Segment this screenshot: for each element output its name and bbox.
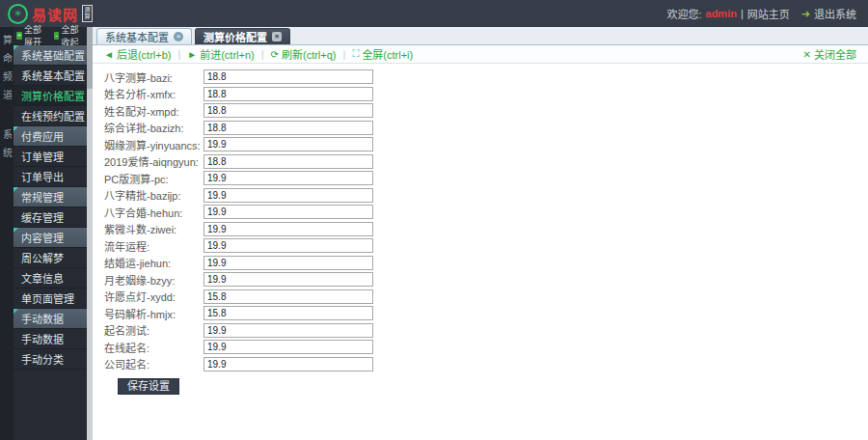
price-input[interactable] bbox=[203, 256, 373, 270]
top-header-bar: ✳ 易读网 测算 欢迎您: admin | 网站主页 ➜ 退出系统 bbox=[0, 0, 868, 27]
sidebar-item-label: 单页面管理 bbox=[21, 290, 74, 306]
sidebar-item-label: 手动数据 bbox=[21, 331, 64, 346]
price-input[interactable] bbox=[203, 272, 373, 287]
sidebar-group-header[interactable]: 手动数据 bbox=[14, 309, 87, 329]
form-row: 紫微斗数-ziwei: bbox=[104, 221, 868, 238]
form-row: 许愿点灯-xydd: bbox=[104, 289, 868, 306]
price-input[interactable] bbox=[203, 238, 373, 253]
field-label: 紫微斗数-ziwei: bbox=[104, 221, 203, 236]
form-row: 月老姻缘-bzyy: bbox=[104, 271, 868, 289]
price-input[interactable] bbox=[203, 188, 373, 203]
system-name-vertical: 系统 bbox=[0, 129, 14, 166]
sidebar-item[interactable]: 文章信息 bbox=[14, 268, 87, 289]
price-input[interactable] bbox=[203, 222, 373, 236]
form-row: 八字测算-bazi: bbox=[104, 69, 868, 86]
back-icon: ◄ bbox=[104, 49, 114, 60]
form-row: 流年运程: bbox=[104, 237, 868, 255]
save-settings-button[interactable]: 保存设置 bbox=[118, 378, 179, 395]
price-input[interactable] bbox=[203, 357, 373, 371]
price-form: 八字测算-bazi: 姓名分析-xmfx: 姓名配对-xmpd: 综合详批-ba… bbox=[104, 69, 868, 372]
price-input[interactable] bbox=[203, 205, 373, 219]
field-label: 许愿点灯-xydd: bbox=[104, 289, 203, 304]
header-user-area: 欢迎您: admin | 网站主页 ➜ 退出系统 bbox=[666, 6, 856, 21]
header-divider: | bbox=[741, 8, 744, 19]
form-row: 姻缘测算-yinyuancs: bbox=[104, 136, 868, 153]
field-label: 结婚运-jiehun: bbox=[104, 255, 203, 270]
sidebar-group-header[interactable]: 系统基础配置 bbox=[14, 45, 87, 66]
tab-bar-tabs: 系统基本配置 × 测算价格配置 × bbox=[96, 27, 290, 44]
toolbar-separator: | bbox=[177, 48, 180, 60]
price-input[interactable] bbox=[203, 103, 373, 118]
field-label: 2019爱情-aiqngyun: bbox=[104, 153, 203, 169]
sidebar-menu: 系统基础配置 系统基本配置 测算价格配置 在线预约配置 付费应用 订单管理 订单… bbox=[14, 44, 87, 370]
fullscreen-label: 全屏(ctrl+i) bbox=[362, 46, 413, 62]
price-input[interactable] bbox=[203, 137, 373, 151]
sidebar-item[interactable]: 系统基本配置 bbox=[14, 66, 87, 86]
sidebar-item[interactable]: 测算价格配置 bbox=[14, 86, 87, 106]
sidebar-item-label: 周公解梦 bbox=[21, 250, 64, 265]
content-panel: 八字测算-bazi: 姓名分析-xmfx: 姓名配对-xmpd: 综合详批-ba… bbox=[93, 64, 868, 440]
forward-label: 前进(ctrl+n) bbox=[200, 46, 255, 62]
tab-close-icon[interactable]: × bbox=[272, 32, 282, 41]
sidebar-item-label: 在线预约配置 bbox=[21, 108, 85, 124]
price-input[interactable] bbox=[203, 154, 373, 169]
sidebar-group-header[interactable]: 付费应用 bbox=[14, 126, 87, 147]
price-input[interactable] bbox=[203, 69, 373, 84]
logout-link[interactable]: 退出系统 bbox=[814, 6, 856, 21]
sidebar-item[interactable]: 订单导出 bbox=[14, 167, 87, 187]
tab[interactable]: 测算价格配置 × bbox=[195, 28, 290, 44]
sidebar: + 全部展开 - 全部收起 系统基础配置 系统基本配置 测算价格配置 在线预约配… bbox=[14, 27, 87, 440]
price-input[interactable] bbox=[203, 306, 373, 320]
form-row: 公司起名: bbox=[104, 356, 868, 373]
sidebar-item[interactable]: 周公解梦 bbox=[14, 248, 87, 268]
vertical-channel-strip: 算命频道 系统 bbox=[0, 27, 14, 440]
price-input[interactable] bbox=[203, 323, 373, 338]
forward-button[interactable]: ► 前进(ctrl+n) bbox=[187, 46, 254, 62]
price-input[interactable] bbox=[203, 171, 373, 185]
sidebar-item-label: 系统基本配置 bbox=[21, 68, 85, 83]
site-title: 易读网 bbox=[32, 4, 78, 24]
field-label: 姓名分析-xmfx: bbox=[104, 86, 203, 101]
tab[interactable]: 系统基本配置 × bbox=[96, 28, 192, 44]
sidebar-item[interactable]: 订单管理 bbox=[14, 147, 87, 167]
fullscreen-icon: ⛶ bbox=[352, 48, 359, 60]
channel-name-vertical: 算命频道 bbox=[0, 35, 14, 108]
form-row: 号码解析-hmjx: bbox=[104, 305, 868, 322]
sidebar-item[interactable]: 手动数据 bbox=[14, 329, 87, 349]
sidebar-item-label: 缓存管理 bbox=[21, 209, 64, 225]
form-row: 八字合婚-hehun: bbox=[104, 204, 868, 221]
sidebar-group-header[interactable]: 内容管理 bbox=[14, 228, 87, 248]
field-label: 综合详批-bazizh: bbox=[104, 120, 203, 135]
logout-arrow-icon: ➜ bbox=[801, 8, 810, 20]
close-all-icon: ✕ bbox=[803, 49, 811, 60]
refresh-button[interactable]: ⟳ 刷新(ctrl+q) bbox=[271, 46, 337, 62]
tab-close-icon[interactable]: × bbox=[174, 32, 183, 41]
sidebar-item[interactable]: 缓存管理 bbox=[14, 207, 87, 228]
back-button[interactable]: ◄ 后退(ctrl+b) bbox=[104, 46, 171, 62]
tab-label: 测算价格配置 bbox=[203, 29, 267, 44]
field-label: 起名测试: bbox=[104, 322, 203, 338]
price-input[interactable] bbox=[203, 289, 373, 304]
back-label: 后退(ctrl+b) bbox=[117, 46, 172, 62]
close-all-tabs-button[interactable]: ✕ 关闭全部 bbox=[803, 46, 856, 62]
collapse-all-icon: - bbox=[54, 32, 60, 40]
forward-icon: ► bbox=[187, 49, 197, 60]
tab-bar: 系统基本配置 × 测算价格配置 × bbox=[93, 27, 868, 45]
sidebar-item[interactable]: 单页面管理 bbox=[14, 289, 87, 309]
admin-page: ✳ 易读网 测算 欢迎您: admin | 网站主页 ➜ 退出系统 算命频道 系… bbox=[0, 0, 868, 440]
home-link[interactable]: 网站主页 bbox=[747, 6, 790, 21]
sidebar-item-label: 手动分类 bbox=[21, 351, 64, 367]
sidebar-group-header[interactable]: 常规管理 bbox=[14, 187, 87, 207]
form-row: PC版测算-pc: bbox=[104, 170, 868, 187]
price-input[interactable] bbox=[203, 87, 373, 101]
sidebar-group-label: 常规管理 bbox=[21, 189, 64, 205]
price-input[interactable] bbox=[203, 121, 373, 135]
field-label: 八字合婚-hehun: bbox=[104, 205, 203, 220]
toolbar-left: ◄ 后退(ctrl+b) | ► 前进(ctrl+n) | ⟳ 刷新(ctrl+… bbox=[104, 46, 413, 62]
field-label: 八字测算-bazi: bbox=[104, 69, 203, 85]
price-input[interactable] bbox=[203, 340, 373, 354]
sidebar-item[interactable]: 手动分类 bbox=[14, 349, 87, 370]
sidebar-item[interactable]: 在线预约配置 bbox=[14, 106, 87, 126]
fullscreen-button[interactable]: ⛶ 全屏(ctrl+i) bbox=[352, 46, 413, 62]
sidebar-group-label: 付费应用 bbox=[21, 128, 64, 144]
